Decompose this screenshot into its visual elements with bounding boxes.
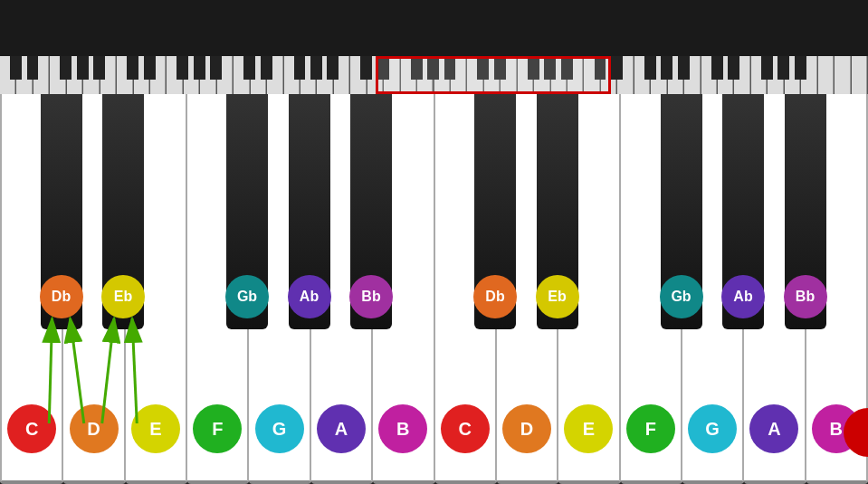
- white-key-d-1[interactable]: D: [63, 94, 125, 484]
- note-circle-g-4: G: [255, 404, 304, 453]
- white-key-c-7[interactable]: C: [435, 94, 497, 484]
- white-key-b-6[interactable]: B: [373, 94, 434, 484]
- note-circle-c-0: C: [7, 404, 56, 453]
- note-circle-f-10: F: [626, 404, 675, 453]
- white-key-f-10[interactable]: F: [621, 94, 682, 484]
- white-key-a-5[interactable]: A: [311, 94, 373, 484]
- header: [0, 0, 868, 56]
- note-circle-a-12: A: [749, 404, 798, 453]
- white-keys: CDEFGABCDEFGAB: [0, 94, 868, 484]
- note-circle-b-6: B: [378, 404, 427, 453]
- note-circle-f-3: F: [193, 404, 242, 453]
- white-key-a-12[interactable]: A: [744, 94, 806, 484]
- note-circle-d-1: D: [70, 404, 119, 453]
- white-key-e-2[interactable]: E: [126, 94, 187, 484]
- note-circle-d-8: D: [502, 404, 551, 453]
- white-key-f-3[interactable]: F: [187, 94, 249, 484]
- note-circle-e-9: E: [564, 404, 613, 453]
- mini-keyboard: [0, 56, 868, 94]
- note-circle-g-11: G: [688, 404, 737, 453]
- white-key-c-0[interactable]: C: [0, 94, 63, 484]
- note-circle-c-7: C: [441, 404, 490, 453]
- note-circle-e-2: E: [131, 404, 180, 453]
- note-circle-a-5: A: [317, 404, 366, 453]
- mini-highlight-region: [376, 56, 611, 94]
- white-key-e-9[interactable]: E: [558, 94, 620, 484]
- piano-area[interactable]: CDEFGABCDEFGAB DbEbGbAbBbDbEbGbAbBb: [0, 94, 868, 484]
- white-key-d-8[interactable]: D: [497, 94, 558, 484]
- white-key-g-11[interactable]: G: [682, 94, 744, 484]
- white-key-g-4[interactable]: G: [249, 94, 310, 484]
